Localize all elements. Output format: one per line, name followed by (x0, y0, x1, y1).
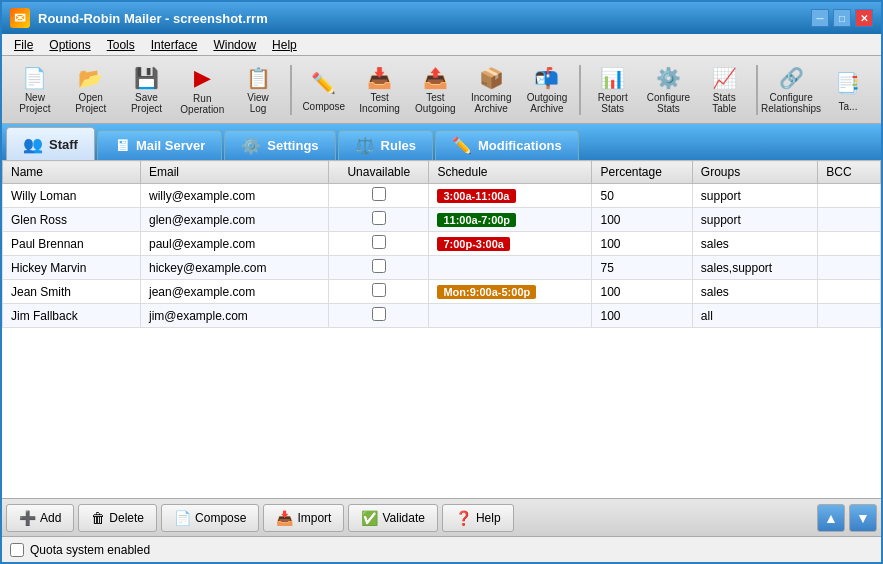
minimize-button[interactable]: ─ (811, 9, 829, 27)
scroll-down-button[interactable]: ▼ (849, 504, 877, 532)
cell-groups: sales (692, 280, 817, 304)
cell-bcc (818, 256, 881, 280)
toolbar-save-project[interactable]: 💾 SaveProject (120, 61, 174, 119)
cell-bcc (818, 208, 881, 232)
ta-icon: 📑 (832, 67, 864, 99)
quota-label: Quota system enabled (30, 543, 150, 557)
table-row[interactable]: Paul Brennanpaul@example.com7:00p-3:00a1… (3, 232, 881, 256)
cell-unavailable[interactable] (329, 256, 429, 280)
cell-email: glen@example.com (140, 208, 328, 232)
tab-bar: 👥 Staff 🖥 Mail Server ⚙️ Settings ⚖️ Rul… (2, 124, 881, 160)
test-outgoing-icon: 📤 (419, 66, 451, 90)
toolbar: 📄 NewProject 📂 OpenProject 💾 SaveProject… (2, 56, 881, 124)
cell-percentage: 50 (592, 184, 692, 208)
cell-schedule: 7:00p-3:00a (429, 232, 592, 256)
import-button[interactable]: 📥 Import (263, 504, 344, 532)
toolbar-ta[interactable]: 📑 Ta... (821, 61, 875, 119)
cell-email: paul@example.com (140, 232, 328, 256)
staff-tab-icon: 👥 (23, 135, 43, 154)
toolbar-report-stats[interactable]: 📊 ReportStats (586, 61, 640, 119)
help-button[interactable]: ❓ Help (442, 504, 514, 532)
toolbar-run-operation[interactable]: ▶ RunOperation (175, 61, 229, 119)
col-percentage: Percentage (592, 161, 692, 184)
settings-tab-icon: ⚙️ (241, 136, 261, 155)
table-row[interactable]: Jim Fallbackjim@example.com100all (3, 304, 881, 328)
toolbar-configure-stats[interactable]: ⚙️ ConfigureStats (642, 61, 696, 119)
cell-unavailable[interactable] (329, 208, 429, 232)
menu-options[interactable]: Options (41, 36, 98, 54)
table-scroll-container[interactable]: Name Email Unavailable Schedule Percenta… (2, 160, 881, 498)
compose-button[interactable]: 📄 Compose (161, 504, 259, 532)
cell-groups: sales,support (692, 256, 817, 280)
cell-unavailable[interactable] (329, 184, 429, 208)
compose-btn-icon: 📄 (174, 510, 191, 526)
cell-percentage: 100 (592, 304, 692, 328)
maximize-button[interactable]: □ (833, 9, 851, 27)
cell-bcc (818, 232, 881, 256)
tab-staff[interactable]: 👥 Staff (6, 127, 95, 160)
cell-bcc (818, 304, 881, 328)
cell-schedule: 3:00a-11:00a (429, 184, 592, 208)
toolbar-open-project[interactable]: 📂 OpenProject (64, 61, 118, 119)
toolbar-new-project[interactable]: 📄 NewProject (8, 61, 62, 119)
add-button[interactable]: ➕ Add (6, 504, 74, 532)
table-row[interactable]: Glen Rossglen@example.com11:00a-7:00p100… (3, 208, 881, 232)
cell-name: Hickey Marvin (3, 256, 141, 280)
tab-rules-label: Rules (381, 138, 416, 153)
content-area: Name Email Unavailable Schedule Percenta… (2, 160, 881, 562)
open-project-icon: 📂 (75, 66, 107, 90)
toolbar-outgoing-archive[interactable]: 📬 OutgoingArchive (520, 61, 574, 119)
table-row[interactable]: Willy Lomanwilly@example.com3:00a-11:00a… (3, 184, 881, 208)
tab-mailserver-label: Mail Server (136, 138, 205, 153)
menu-file[interactable]: File (6, 36, 41, 54)
toolbar-view-log[interactable]: 📋 ViewLog (231, 61, 285, 119)
toolbar-test-outgoing[interactable]: 📤 TestOutgoing (408, 61, 462, 119)
report-stats-icon: 📊 (597, 66, 629, 90)
cell-schedule: 11:00a-7:00p (429, 208, 592, 232)
tab-rules[interactable]: ⚖️ Rules (338, 130, 433, 160)
toolbar-compose[interactable]: ✏️ Compose (297, 61, 351, 119)
staff-table: Name Email Unavailable Schedule Percenta… (2, 160, 881, 328)
quota-checkbox[interactable] (10, 543, 24, 557)
col-schedule: Schedule (429, 161, 592, 184)
tab-mailserver[interactable]: 🖥 Mail Server (97, 130, 222, 160)
toolbar-sep-2 (579, 65, 581, 115)
cell-name: Willy Loman (3, 184, 141, 208)
status-bar: Quota system enabled (2, 536, 881, 562)
scroll-up-button[interactable]: ▲ (817, 504, 845, 532)
cell-unavailable[interactable] (329, 280, 429, 304)
tab-modifications[interactable]: ✏️ Modifications (435, 130, 579, 160)
window-controls: ─ □ ✕ (811, 9, 873, 27)
toolbar-test-incoming[interactable]: 📥 TestIncoming (353, 61, 407, 119)
menu-help[interactable]: Help (264, 36, 305, 54)
tab-settings[interactable]: ⚙️ Settings (224, 130, 335, 160)
toolbar-sep-1 (290, 65, 292, 115)
toolbar-configure-relationships[interactable]: 🔗 ConfigureRelationships (763, 61, 819, 119)
col-email: Email (140, 161, 328, 184)
close-button[interactable]: ✕ (855, 9, 873, 27)
cell-email: hickey@example.com (140, 256, 328, 280)
cell-name: Paul Brennan (3, 232, 141, 256)
cell-email: jean@example.com (140, 280, 328, 304)
run-operation-icon: ▶ (186, 65, 218, 91)
toolbar-incoming-archive[interactable]: 📦 IncomingArchive (464, 61, 518, 119)
menu-tools[interactable]: Tools (99, 36, 143, 54)
cell-bcc (818, 184, 881, 208)
cell-percentage: 100 (592, 232, 692, 256)
outgoing-archive-icon: 📬 (531, 66, 563, 90)
delete-button[interactable]: 🗑 Delete (78, 504, 157, 532)
validate-button[interactable]: ✅ Validate (348, 504, 437, 532)
menu-window[interactable]: Window (205, 36, 264, 54)
cell-percentage: 100 (592, 280, 692, 304)
table-row[interactable]: Hickey Marvinhickey@example.com75sales,s… (3, 256, 881, 280)
cell-schedule (429, 256, 592, 280)
toolbar-stats-table[interactable]: 📈 StatsTable (697, 61, 751, 119)
import-icon: 📥 (276, 510, 293, 526)
table-row[interactable]: Jean Smithjean@example.comMon:9:00a-5:00… (3, 280, 881, 304)
cell-unavailable[interactable] (329, 304, 429, 328)
cell-groups: support (692, 184, 817, 208)
cell-unavailable[interactable] (329, 232, 429, 256)
view-log-icon: 📋 (242, 66, 274, 90)
incoming-archive-icon: 📦 (475, 66, 507, 90)
menu-interface[interactable]: Interface (143, 36, 206, 54)
